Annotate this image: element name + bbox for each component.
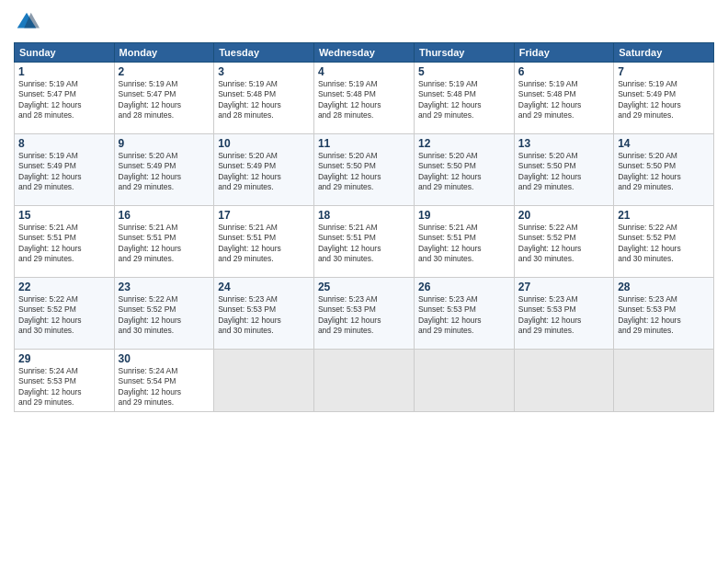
calendar-cell: 23Sunrise: 5:22 AMSunset: 5:52 PMDayligh… — [114, 278, 214, 350]
day-number: 28 — [618, 281, 710, 293]
calendar-week-5: 29Sunrise: 5:24 AMSunset: 5:53 PMDayligh… — [15, 350, 714, 412]
day-info: Sunrise: 5:23 AMSunset: 5:53 PMDaylight:… — [318, 294, 410, 337]
day-number: 5 — [418, 65, 510, 78]
calendar-week-1: 1Sunrise: 5:19 AMSunset: 5:47 PMDaylight… — [15, 63, 714, 134]
day-info: Sunrise: 5:20 AMSunset: 5:50 PMDaylight:… — [518, 151, 609, 193]
calendar-cell: 18Sunrise: 5:21 AMSunset: 5:51 PMDayligh… — [313, 206, 414, 278]
day-info: Sunrise: 5:19 AMSunset: 5:49 PMDaylight:… — [618, 79, 710, 121]
day-number: 29 — [18, 352, 110, 365]
calendar-cell: 20Sunrise: 5:22 AMSunset: 5:52 PMDayligh… — [514, 206, 613, 278]
day-info: Sunrise: 5:23 AMSunset: 5:53 PMDaylight:… — [518, 294, 609, 337]
calendar-cell: 30Sunrise: 5:24 AMSunset: 5:54 PMDayligh… — [114, 350, 214, 412]
day-number: 23 — [119, 281, 210, 293]
day-info: Sunrise: 5:21 AMSunset: 5:51 PMDaylight:… — [18, 223, 110, 265]
day-number: 7 — [618, 65, 710, 78]
day-info: Sunrise: 5:20 AMSunset: 5:50 PMDaylight:… — [618, 151, 710, 193]
day-info: Sunrise: 5:22 AMSunset: 5:52 PMDaylight:… — [518, 223, 609, 265]
day-number: 12 — [418, 137, 510, 150]
calendar-cell: 26Sunrise: 5:23 AMSunset: 5:53 PMDayligh… — [414, 278, 514, 350]
calendar-cell: 21Sunrise: 5:22 AMSunset: 5:52 PMDayligh… — [614, 206, 714, 278]
day-number: 4 — [318, 65, 410, 78]
day-number: 2 — [119, 65, 210, 78]
col-header-saturday: Saturday — [614, 43, 714, 63]
calendar-cell: 5Sunrise: 5:19 AMSunset: 5:48 PMDaylight… — [414, 63, 514, 134]
day-number: 1 — [18, 65, 110, 78]
day-info: Sunrise: 5:20 AMSunset: 5:50 PMDaylight:… — [418, 151, 510, 193]
calendar-cell: 16Sunrise: 5:21 AMSunset: 5:51 PMDayligh… — [114, 206, 214, 278]
calendar-week-3: 15Sunrise: 5:21 AMSunset: 5:51 PMDayligh… — [15, 206, 714, 278]
calendar-cell — [414, 350, 514, 412]
col-header-monday: Monday — [114, 43, 214, 63]
day-number: 26 — [418, 281, 510, 293]
day-info: Sunrise: 5:21 AMSunset: 5:51 PMDaylight:… — [218, 223, 310, 265]
calendar-cell: 1Sunrise: 5:19 AMSunset: 5:47 PMDaylight… — [15, 63, 115, 134]
day-number: 30 — [119, 352, 210, 365]
day-number: 6 — [518, 65, 609, 78]
day-info: Sunrise: 5:19 AMSunset: 5:48 PMDaylight:… — [418, 79, 510, 121]
day-info: Sunrise: 5:19 AMSunset: 5:48 PMDaylight:… — [518, 79, 609, 121]
day-info: Sunrise: 5:19 AMSunset: 5:47 PMDaylight:… — [119, 79, 210, 121]
day-info: Sunrise: 5:19 AMSunset: 5:49 PMDaylight:… — [18, 151, 110, 193]
day-number: 14 — [618, 137, 710, 150]
header — [14, 9, 714, 35]
calendar-cell: 27Sunrise: 5:23 AMSunset: 5:53 PMDayligh… — [514, 278, 613, 350]
day-info: Sunrise: 5:19 AMSunset: 5:48 PMDaylight:… — [318, 79, 410, 121]
calendar-cell: 3Sunrise: 5:19 AMSunset: 5:48 PMDaylight… — [214, 63, 314, 134]
calendar-cell — [514, 350, 613, 412]
day-number: 8 — [18, 137, 110, 150]
calendar-cell — [214, 350, 314, 412]
day-number: 15 — [18, 209, 110, 222]
col-header-thursday: Thursday — [414, 43, 514, 63]
calendar-week-4: 22Sunrise: 5:22 AMSunset: 5:52 PMDayligh… — [15, 278, 714, 350]
col-header-tuesday: Tuesday — [214, 43, 314, 63]
day-info: Sunrise: 5:21 AMSunset: 5:51 PMDaylight:… — [418, 223, 510, 265]
day-info: Sunrise: 5:20 AMSunset: 5:49 PMDaylight:… — [119, 151, 210, 193]
calendar-cell — [313, 350, 414, 412]
day-number: 22 — [18, 281, 110, 293]
calendar-cell: 8Sunrise: 5:19 AMSunset: 5:49 PMDaylight… — [15, 134, 115, 206]
day-number: 20 — [518, 209, 609, 222]
calendar-cell: 22Sunrise: 5:22 AMSunset: 5:52 PMDayligh… — [15, 278, 115, 350]
calendar-week-2: 8Sunrise: 5:19 AMSunset: 5:49 PMDaylight… — [15, 134, 714, 206]
day-info: Sunrise: 5:23 AMSunset: 5:53 PMDaylight:… — [418, 294, 510, 337]
calendar-cell: 15Sunrise: 5:21 AMSunset: 5:51 PMDayligh… — [15, 206, 115, 278]
calendar-cell: 7Sunrise: 5:19 AMSunset: 5:49 PMDaylight… — [614, 63, 714, 134]
day-info: Sunrise: 5:19 AMSunset: 5:48 PMDaylight:… — [218, 79, 310, 121]
day-info: Sunrise: 5:23 AMSunset: 5:53 PMDaylight:… — [218, 294, 310, 337]
day-number: 13 — [518, 137, 609, 150]
day-info: Sunrise: 5:23 AMSunset: 5:53 PMDaylight:… — [618, 294, 710, 337]
day-number: 10 — [218, 137, 310, 150]
page: SundayMondayTuesdayWednesdayThursdayFrid… — [0, 0, 728, 563]
day-number: 3 — [218, 65, 310, 78]
day-number: 24 — [218, 281, 310, 293]
calendar-cell: 29Sunrise: 5:24 AMSunset: 5:53 PMDayligh… — [15, 350, 115, 412]
calendar-cell: 25Sunrise: 5:23 AMSunset: 5:53 PMDayligh… — [313, 278, 414, 350]
col-header-wednesday: Wednesday — [313, 43, 414, 63]
calendar-cell: 2Sunrise: 5:19 AMSunset: 5:47 PMDaylight… — [114, 63, 214, 134]
col-header-friday: Friday — [514, 43, 613, 63]
day-info: Sunrise: 5:22 AMSunset: 5:52 PMDaylight:… — [18, 294, 110, 337]
calendar-cell: 28Sunrise: 5:23 AMSunset: 5:53 PMDayligh… — [614, 278, 714, 350]
calendar: SundayMondayTuesdayWednesdayThursdayFrid… — [14, 42, 714, 412]
day-info: Sunrise: 5:19 AMSunset: 5:47 PMDaylight:… — [18, 79, 110, 121]
calendar-cell: 24Sunrise: 5:23 AMSunset: 5:53 PMDayligh… — [214, 278, 314, 350]
calendar-cell: 4Sunrise: 5:19 AMSunset: 5:48 PMDaylight… — [313, 63, 414, 134]
day-info: Sunrise: 5:21 AMSunset: 5:51 PMDaylight:… — [119, 223, 210, 265]
day-info: Sunrise: 5:20 AMSunset: 5:50 PMDaylight:… — [318, 151, 410, 193]
calendar-cell: 12Sunrise: 5:20 AMSunset: 5:50 PMDayligh… — [414, 134, 514, 206]
day-number: 16 — [119, 209, 210, 222]
day-number: 19 — [418, 209, 510, 222]
day-info: Sunrise: 5:24 AMSunset: 5:54 PMDaylight:… — [119, 366, 210, 408]
calendar-header-row: SundayMondayTuesdayWednesdayThursdayFrid… — [15, 43, 714, 63]
logo — [14, 9, 43, 35]
calendar-cell: 14Sunrise: 5:20 AMSunset: 5:50 PMDayligh… — [614, 134, 714, 206]
day-number: 18 — [318, 209, 410, 222]
calendar-cell: 6Sunrise: 5:19 AMSunset: 5:48 PMDaylight… — [514, 63, 613, 134]
calendar-cell: 19Sunrise: 5:21 AMSunset: 5:51 PMDayligh… — [414, 206, 514, 278]
day-number: 21 — [618, 209, 710, 222]
day-info: Sunrise: 5:22 AMSunset: 5:52 PMDaylight:… — [618, 223, 710, 265]
day-number: 27 — [518, 281, 609, 293]
logo-icon — [14, 9, 40, 35]
day-info: Sunrise: 5:20 AMSunset: 5:49 PMDaylight:… — [218, 151, 310, 193]
day-number: 11 — [318, 137, 410, 150]
